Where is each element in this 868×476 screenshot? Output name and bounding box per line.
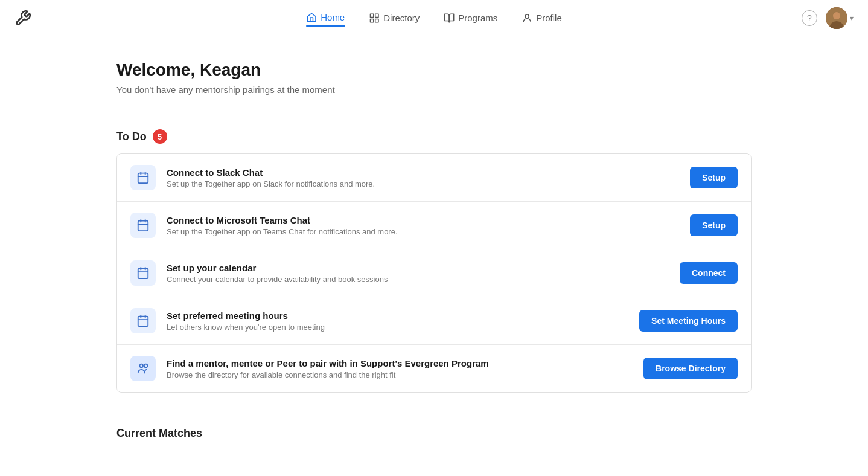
- user-avatar-menu[interactable]: ▾: [826, 7, 854, 29]
- app-logo[interactable]: [14, 10, 31, 27]
- task-icon-slack: [130, 165, 156, 190]
- help-button[interactable]: ?: [802, 10, 817, 26]
- task-item: Connect to Microsoft Teams Chat Set up t…: [117, 202, 751, 249]
- task-icon-meeting-hours: [130, 308, 156, 333]
- setup-teams-button[interactable]: Setup: [690, 214, 738, 236]
- task-content-teams: Connect to Microsoft Teams Chat Set up t…: [167, 215, 679, 236]
- todo-label: To Do: [116, 130, 147, 143]
- nav-label-programs: Programs: [458, 13, 497, 23]
- svg-rect-3: [375, 19, 378, 22]
- welcome-title: Welcome, Keagan: [116, 60, 752, 80]
- nav-item-programs[interactable]: Programs: [444, 10, 497, 26]
- navbar-right: ? ▾: [802, 7, 854, 29]
- task-content-slack: Connect to Slack Chat Set up the Togethe…: [167, 167, 679, 188]
- connect-calendar-button[interactable]: Connect: [680, 262, 738, 284]
- divider-2: [116, 410, 752, 410]
- task-content-calendar: Set up your calendar Connect your calend…: [167, 263, 669, 284]
- nav-item-directory[interactable]: Directory: [369, 10, 420, 26]
- nav-center: Home Directory Programs Profile: [306, 10, 562, 27]
- task-item: Find a mentor, mentee or Peer to pair wi…: [117, 345, 751, 392]
- task-desc: Browse the directory for available conne…: [167, 370, 633, 379]
- svg-rect-8: [138, 173, 148, 184]
- svg-point-13: [144, 364, 148, 368]
- task-item: Connect to Slack Chat Set up the Togethe…: [117, 154, 751, 202]
- avatar: [826, 7, 847, 29]
- svg-rect-0: [370, 14, 373, 17]
- task-desc: Let others know when you're open to meet…: [167, 323, 628, 332]
- chevron-down-icon: ▾: [850, 14, 854, 22]
- nav-item-home[interactable]: Home: [306, 10, 345, 27]
- svg-rect-2: [370, 19, 373, 22]
- task-desc: Set up the Together app on Teams Chat fo…: [167, 227, 679, 236]
- svg-rect-9: [138, 221, 148, 231]
- task-desc: Set up the Together app on Slack for not…: [167, 179, 679, 188]
- navbar: Home Directory Programs Profile ?: [0, 0, 868, 36]
- task-icon-people: [130, 356, 156, 381]
- task-icon-calendar: [130, 260, 156, 286]
- task-list: Connect to Slack Chat Set up the Togethe…: [116, 153, 752, 393]
- divider: [116, 112, 752, 112]
- svg-rect-10: [138, 269, 148, 279]
- nav-label-home: Home: [321, 12, 345, 22]
- svg-point-6: [833, 12, 840, 19]
- setup-slack-button[interactable]: Setup: [690, 167, 738, 188]
- task-title: Connect to Microsoft Teams Chat: [167, 215, 679, 225]
- task-icon-teams: [130, 213, 156, 238]
- task-desc: Connect your calendar to provide availab…: [167, 275, 669, 284]
- task-title: Connect to Slack Chat: [167, 167, 679, 178]
- task-title: Set preferred meeting hours: [167, 310, 628, 321]
- browse-directory-button[interactable]: Browse Directory: [643, 358, 738, 379]
- set-meeting-hours-button[interactable]: Set Meeting Hours: [639, 310, 738, 332]
- task-content-meeting-hours: Set preferred meeting hours Let others k…: [167, 310, 628, 332]
- current-matches-title: Current Matches: [116, 427, 752, 440]
- main-content: Welcome, Keagan You don't have any mento…: [102, 36, 766, 470]
- welcome-subtitle: You don't have any mentorship pairings a…: [116, 85, 752, 95]
- svg-rect-1: [375, 14, 378, 17]
- svg-point-4: [525, 14, 529, 18]
- nav-label-directory: Directory: [383, 13, 420, 23]
- todo-count-badge: 5: [153, 129, 167, 144]
- task-title: Set up your calendar: [167, 263, 669, 273]
- task-title: Find a mentor, mentee or Peer to pair wi…: [167, 358, 633, 368]
- task-content-directory: Find a mentor, mentee or Peer to pair wi…: [167, 358, 633, 379]
- nav-label-profile: Profile: [536, 13, 562, 23]
- svg-point-12: [140, 364, 144, 368]
- task-item: Set preferred meeting hours Let others k…: [117, 297, 751, 345]
- svg-rect-11: [138, 317, 148, 327]
- task-item: Set up your calendar Connect your calend…: [117, 249, 751, 297]
- nav-item-profile[interactable]: Profile: [522, 10, 562, 26]
- todo-header: To Do 5: [116, 129, 752, 144]
